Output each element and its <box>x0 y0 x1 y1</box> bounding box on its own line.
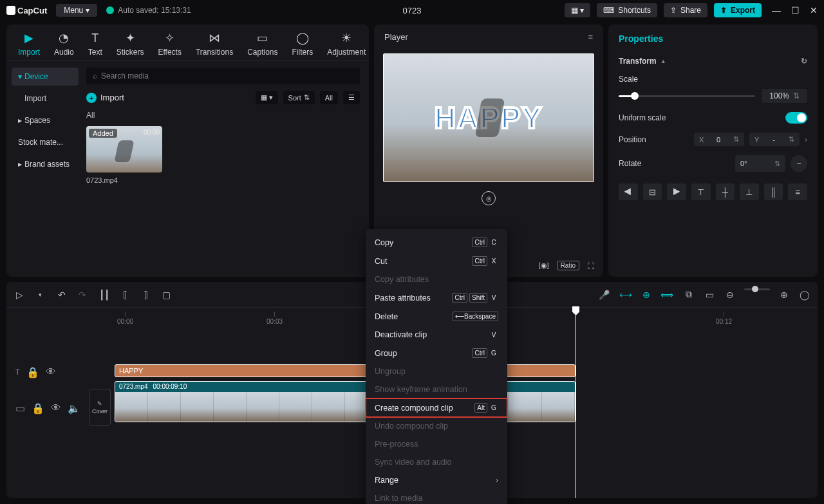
redo-button[interactable]: ↷ <box>76 288 89 301</box>
position-x[interactable]: X0⇅ <box>694 133 744 146</box>
app-name: CapCut <box>17 6 47 15</box>
ctx-cut[interactable]: CutCtrlX <box>366 252 507 270</box>
filter-all[interactable]: All <box>320 91 338 104</box>
ctx-sync: Sync video and audio <box>366 453 507 471</box>
align-right[interactable]: ⯈ <box>667 183 686 200</box>
sidenav-device[interactable]: ▾Device <box>12 68 79 86</box>
sort-button[interactable]: Sort ⇅ <box>283 91 315 104</box>
ctx-paste-attr[interactable]: Paste attributesCtrlShiftV <box>366 288 507 307</box>
tab-audio[interactable]: ◔Audio <box>54 31 74 57</box>
eye-icon[interactable]: 👁 <box>46 366 56 378</box>
preview-canvas[interactable]: HAPPY <box>383 53 594 182</box>
link-icon[interactable]: ⧉ <box>682 288 695 301</box>
fullscreen-icon[interactable]: ⛶ <box>587 262 594 270</box>
transform-header[interactable]: Transform ▲ ↻ <box>619 57 807 66</box>
scale-value[interactable]: 100%⇅ <box>762 89 807 103</box>
align-left[interactable]: ⯇ <box>619 183 638 200</box>
scale-slider[interactable] <box>619 95 755 97</box>
mic-icon[interactable]: 🎤 <box>597 288 610 301</box>
tab-text[interactable]: TText <box>88 31 102 57</box>
preview-icon[interactable]: ▭ <box>703 288 716 301</box>
tab-filters[interactable]: ◯Filters <box>292 31 314 57</box>
menu-button[interactable]: Menu ▾ <box>56 4 97 17</box>
snap-toggle-1[interactable]: ⟷ <box>619 288 632 301</box>
tab-label: Text <box>88 48 102 57</box>
snap-toggle-2[interactable]: ⊕ <box>640 288 653 301</box>
tab-adjustment[interactable]: ☀Adjustment <box>327 31 366 57</box>
grid-toggle[interactable]: ▦ ▾ <box>256 91 278 104</box>
filter-options[interactable]: ☰ <box>343 91 360 104</box>
uniform-toggle[interactable] <box>785 112 807 124</box>
tab-stickers[interactable]: ✦Stickers <box>117 31 144 57</box>
sidenav-brand[interactable]: ▸Brand assets <box>12 155 79 173</box>
position-y[interactable]: Y-⇅ <box>749 133 800 146</box>
media-thumb[interactable]: Added 00:09 0723.mp4 <box>86 126 162 184</box>
lock-icon[interactable]: 🔒 <box>26 366 39 378</box>
dist-h[interactable]: ║ <box>764 183 783 200</box>
tab-transitions[interactable]: ⋈Transitions <box>196 31 233 57</box>
zoom-in[interactable]: ⊕ <box>778 288 791 301</box>
tab-effects[interactable]: ✧Effects <box>158 31 181 57</box>
stepper-icon[interactable]: ⇅ <box>789 135 794 144</box>
key: Backspace <box>464 313 496 320</box>
lock-icon[interactable]: 🔒 <box>32 402 44 415</box>
ctx-copy[interactable]: CopyCtrlC <box>366 233 507 252</box>
ctx-deactivate[interactable]: Deactivate clipV <box>366 326 507 344</box>
rotate-label: Rotate <box>619 159 665 168</box>
export-label: Export <box>731 6 755 15</box>
rotate-dial[interactable]: − <box>791 155 807 172</box>
close-button[interactable]: ✕ <box>810 5 818 15</box>
trim-left[interactable]: ⟦ <box>118 288 131 301</box>
layout-button[interactable]: ▦ ▾ <box>565 3 590 17</box>
align-top[interactable]: ⊤ <box>691 183 711 200</box>
chevron-right-icon[interactable]: › <box>805 135 807 144</box>
mute-icon[interactable]: 🔈 <box>68 402 80 415</box>
focus-icon[interactable]: [◉] <box>539 261 549 270</box>
sidenav-spaces[interactable]: ▸Spaces <box>12 111 79 129</box>
align-vcenter[interactable]: ┼ <box>716 183 735 200</box>
tab-label: Transitions <box>196 48 233 57</box>
safe-zone-icon[interactable]: ◎ <box>482 191 496 205</box>
cover-button[interactable]: ✎ Cover <box>89 389 111 426</box>
overlay-text[interactable]: HAPPY <box>435 100 543 135</box>
pointer-dropdown[interactable]: ▾ <box>33 288 46 301</box>
shortcuts-button[interactable]: ⌨ Shortcuts <box>597 3 657 17</box>
zoom-fit[interactable]: ◯ <box>798 288 811 301</box>
sidenav-import[interactable]: Import <box>12 89 79 107</box>
align-bottom[interactable]: ⊥ <box>740 183 759 200</box>
search-input[interactable]: ⌕ Search media <box>86 68 360 84</box>
ctx-group[interactable]: GroupCtrlG <box>366 344 507 362</box>
delete-tool[interactable]: ▢ <box>160 288 173 301</box>
sidenav-stock[interactable]: Stock mate... <box>12 133 79 151</box>
stepper-icon[interactable]: ⇅ <box>774 160 780 168</box>
ctx-delete[interactable]: Delete⟵Backspace <box>366 307 507 326</box>
tab-captions[interactable]: ▭Captions <box>247 31 277 57</box>
menu-icon[interactable]: ≡ <box>588 32 593 42</box>
ratio-button[interactable]: Ratio <box>557 261 579 270</box>
menu-label: Menu <box>64 6 83 15</box>
split-tool[interactable]: ┃┃ <box>98 288 111 301</box>
stepper-icon[interactable]: ⇅ <box>733 135 739 144</box>
zoom-out[interactable]: ⊖ <box>724 288 736 301</box>
pointer-tool[interactable]: ▷ <box>13 288 26 301</box>
rotate-value[interactable]: 0°⇅ <box>735 155 785 172</box>
eye-icon[interactable]: 👁 <box>51 402 61 414</box>
stepper-icon[interactable]: ⇅ <box>793 91 800 100</box>
undo-button[interactable]: ↶ <box>55 288 68 301</box>
player-title: Player <box>384 32 408 42</box>
import-button[interactable]: + Import <box>86 93 124 103</box>
share-button[interactable]: ⇪ Share <box>664 3 707 17</box>
maximize-button[interactable]: ☐ <box>791 5 800 15</box>
trim-right[interactable]: ⟧ <box>139 288 152 301</box>
dist-v[interactable]: ≡ <box>788 183 807 200</box>
ctx-create-compound[interactable]: Create compound clipAltG <box>366 398 507 417</box>
align-hcenter[interactable]: ⊟ <box>643 183 662 200</box>
reset-icon[interactable]: ↻ <box>801 57 807 66</box>
project-name[interactable]: 0723 <box>403 6 422 15</box>
snap-toggle-3[interactable]: ⟺ <box>660 288 673 301</box>
zoom-slider[interactable] <box>744 288 770 290</box>
tab-import[interactable]: ▶Import <box>18 31 40 57</box>
minimize-button[interactable]: — <box>772 5 781 15</box>
export-button[interactable]: ⬆ Export <box>714 3 762 17</box>
ctx-range[interactable]: Range› <box>366 471 507 489</box>
